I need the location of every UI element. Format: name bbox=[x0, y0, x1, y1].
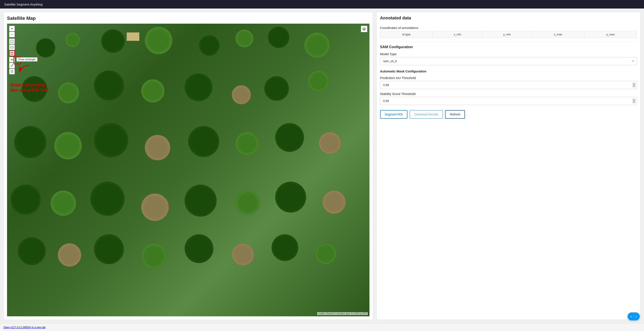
bottom-bar: Open #127.0.0.1:8050/# in a new tab bbox=[0, 323, 644, 331]
field-circle bbox=[275, 182, 306, 213]
segment-roi-button[interactable]: Segment ROI bbox=[380, 110, 408, 119]
nav-left-arrow[interactable]: ‹ bbox=[630, 314, 632, 319]
stability-spinner-up[interactable]: ▲ bbox=[632, 99, 636, 101]
model-type-label: Model Type bbox=[380, 52, 637, 56]
field-circle bbox=[184, 234, 214, 263]
field-circle bbox=[58, 243, 81, 267]
col-y-min: y_min bbox=[482, 31, 532, 38]
field-circle bbox=[94, 234, 124, 264]
model-type-field: Model Type sam_vit_b sam_vit_l sam_vit_h… bbox=[380, 52, 637, 65]
prediction-iou-label: Predicition IoU Threshold bbox=[380, 76, 637, 80]
auto-mask-title: Automatic Mask Configuration bbox=[380, 69, 637, 73]
field-circle bbox=[141, 193, 169, 221]
stability-score-input[interactable] bbox=[380, 97, 637, 105]
stability-score-wrapper: ▲ ▼ bbox=[380, 97, 637, 105]
main-layout: Satellite Map bbox=[0, 8, 644, 323]
field-circle bbox=[11, 185, 40, 215]
delete-button[interactable] bbox=[9, 69, 15, 74]
field-circle bbox=[65, 32, 80, 47]
trash-icon bbox=[10, 70, 14, 73]
action-buttons: Segment ROI Download Results Refresh bbox=[380, 108, 637, 119]
sam-config-section: SAM Configuration Model Type sam_vit_b s… bbox=[380, 45, 637, 119]
map-attribution: Leaflet | Sentinel-2 cloudless layer for… bbox=[317, 312, 368, 315]
point-icon bbox=[10, 58, 14, 61]
zoom-out-button[interactable]: − bbox=[9, 32, 15, 37]
field-circle bbox=[322, 190, 346, 214]
stability-score-spinners: ▲ ▼ bbox=[632, 99, 636, 103]
nav-divider bbox=[634, 314, 634, 319]
prediction-iou-field: Predicition IoU Threshold ▲ ▼ bbox=[380, 76, 637, 89]
field-circle bbox=[315, 243, 336, 265]
field-circle bbox=[264, 76, 289, 101]
download-results-button[interactable]: Download Results bbox=[410, 110, 443, 119]
col-y-max: y_max bbox=[584, 31, 637, 38]
field-circle bbox=[94, 70, 124, 100]
iou-spinner-up[interactable]: ▲ bbox=[632, 83, 636, 85]
field-circle bbox=[319, 132, 341, 154]
rectangle-icon bbox=[11, 52, 13, 54]
map-controls: + − bbox=[9, 26, 15, 74]
field-circle bbox=[14, 126, 46, 158]
field-circle bbox=[184, 73, 212, 101]
stability-spinner-down[interactable]: ▼ bbox=[632, 101, 636, 103]
field-circle bbox=[232, 85, 251, 104]
draw-rectangle-button[interactable] bbox=[9, 50, 15, 56]
rectangle-layer-button[interactable] bbox=[9, 38, 15, 44]
polygon-icon bbox=[10, 46, 14, 49]
annotation-arrow bbox=[17, 64, 34, 77]
field-circle bbox=[90, 182, 124, 216]
zoom-in-button[interactable]: + bbox=[9, 26, 15, 31]
structure bbox=[127, 32, 140, 41]
svg-rect-2 bbox=[11, 52, 13, 54]
col-x-max: x_max bbox=[532, 31, 584, 38]
open-link[interactable]: Open #127.0.0.1:8050/# in a new tab bbox=[4, 326, 46, 329]
field-circle bbox=[54, 132, 82, 160]
svg-rect-5 bbox=[11, 71, 13, 73]
draw-rectangle-tooltip: Draw rectangle bbox=[16, 57, 38, 61]
field-circle bbox=[235, 132, 259, 155]
field-circle bbox=[141, 243, 167, 269]
map-container[interactable]: + − bbox=[7, 24, 370, 316]
field-circle bbox=[58, 82, 79, 103]
annotations-section: Coordinates of annotations id type x_min… bbox=[380, 26, 637, 41]
edit-icon bbox=[10, 64, 14, 67]
coordinates-table: id type x_min y_min x_max y_max bbox=[380, 31, 637, 38]
titlebar: Satellite Segment Anything bbox=[0, 0, 644, 8]
prediction-iou-wrapper: ▲ ▼ bbox=[380, 81, 637, 89]
nav-right-arrow[interactable]: › bbox=[636, 314, 637, 319]
nav-arrows: ‹ › bbox=[628, 313, 640, 320]
field-circle bbox=[235, 29, 254, 47]
field-circle bbox=[145, 135, 170, 160]
coordinates-section-title: Coordinates of annotations bbox=[380, 26, 637, 30]
map-background: + − bbox=[7, 24, 370, 316]
field-circle bbox=[141, 79, 164, 103]
right-panel: Annotated data Coordinates of annotation… bbox=[376, 12, 640, 320]
layers-icon bbox=[362, 27, 366, 31]
field-circle bbox=[272, 234, 298, 261]
field-circle bbox=[199, 35, 219, 56]
annotation-text: Draw a bounding box using this tool bbox=[10, 82, 53, 92]
field-circle bbox=[232, 243, 254, 266]
annotated-data-title: Annotated data bbox=[380, 15, 637, 20]
layer-icon bbox=[10, 40, 14, 43]
polygon-draw-button[interactable] bbox=[9, 44, 15, 50]
svg-point-4 bbox=[12, 59, 12, 60]
field-circle bbox=[268, 27, 289, 48]
sam-config-title: SAM Configuration bbox=[380, 45, 637, 49]
model-type-wrapper: sam_vit_b sam_vit_l sam_vit_h ▼ bbox=[380, 57, 637, 65]
prediction-iou-spinners: ▲ ▼ bbox=[632, 83, 636, 87]
col-x-min: x_min bbox=[433, 31, 482, 38]
field-circle bbox=[235, 190, 260, 215]
field-circle bbox=[36, 38, 55, 57]
iou-spinner-down[interactable]: ▼ bbox=[632, 85, 636, 87]
model-type-select[interactable]: sam_vit_b sam_vit_l sam_vit_h bbox=[380, 57, 637, 65]
refresh-button[interactable]: Refresh bbox=[445, 110, 465, 119]
svg-rect-0 bbox=[11, 40, 13, 43]
app-title: Satellite Segment Anything bbox=[4, 2, 42, 6]
layers-button[interactable] bbox=[361, 26, 367, 32]
field-circle bbox=[308, 70, 329, 92]
prediction-iou-input[interactable] bbox=[380, 81, 637, 89]
stability-score-label: Stability Score Threshold bbox=[380, 92, 637, 96]
left-panel: Satellite Map bbox=[4, 12, 373, 320]
map-panel-title: Satellite Map bbox=[7, 15, 370, 21]
